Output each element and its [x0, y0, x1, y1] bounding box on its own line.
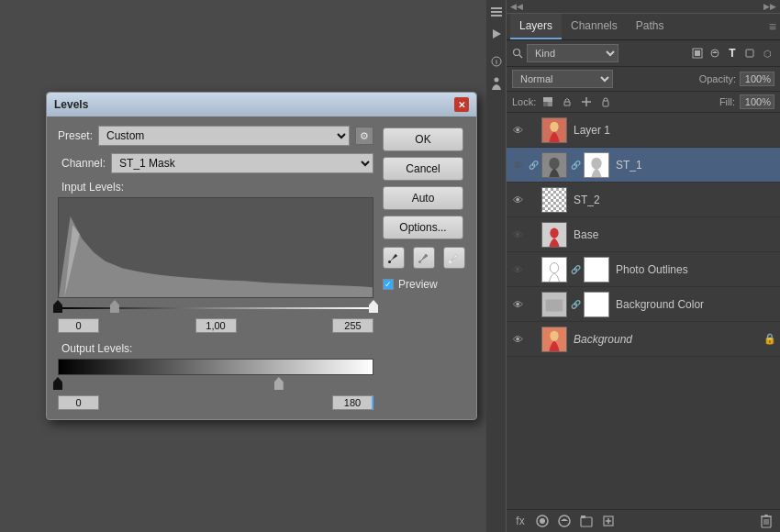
toolbar-info-icon[interactable]: i — [488, 53, 505, 70]
lock-image-button[interactable] — [560, 94, 574, 109]
input-black-value[interactable]: 0 — [58, 318, 99, 333]
tab-channels[interactable]: Channels — [562, 14, 627, 39]
output-section: Output Levels: — [58, 342, 373, 410]
layer-chain-bg-color[interactable]: 🔗 — [570, 299, 581, 310]
lock-transparent-button[interactable] — [540, 94, 555, 109]
dialog-left: Preset: Custom ⚙ Channel: ST_1 Mask Inpu… — [58, 126, 373, 410]
output-white-handle[interactable] — [274, 377, 284, 390]
preview-checkbox[interactable]: ✓ — [383, 279, 394, 290]
output-white-value[interactable] — [332, 395, 373, 410]
layer-link-base — [528, 229, 539, 240]
output-slider[interactable] — [58, 377, 373, 392]
output-black-handle[interactable] — [53, 377, 62, 390]
text-type-icon[interactable]: T — [725, 46, 740, 61]
auto-button[interactable]: Auto — [383, 186, 463, 210]
preset-select[interactable]: Custom — [98, 126, 350, 146]
channel-select[interactable]: ST_1 Mask — [111, 153, 373, 173]
channel-label: Channel: — [61, 157, 106, 170]
layer-name-bg-color: Background Color — [612, 298, 776, 311]
layers-bottom: fx — [507, 509, 780, 532]
white-eyedropper[interactable] — [443, 247, 465, 269]
options-button[interactable]: Options... — [383, 216, 463, 239]
white-eyedropper-icon — [448, 251, 461, 264]
svg-rect-14 — [543, 102, 548, 106]
ps-toolbar: i — [486, 0, 507, 532]
layer-chain-st1[interactable]: 🔗 — [570, 160, 581, 171]
smart-object-type-icon[interactable]: ⬡ — [760, 46, 774, 61]
cancel-button[interactable]: Cancel — [383, 157, 463, 181]
svg-rect-15 — [548, 97, 552, 102]
input-levels-label: Input Levels: — [58, 181, 373, 194]
opacity-input[interactable] — [740, 72, 774, 86]
gray-eyedropper[interactable] — [413, 247, 435, 269]
fx-button[interactable]: fx — [512, 513, 529, 529]
panel-menu-button[interactable]: ≡ — [769, 19, 776, 34]
svg-rect-33 — [585, 293, 608, 316]
black-eyedropper[interactable] — [383, 247, 405, 269]
kind-select[interactable]: Kind — [527, 44, 618, 62]
layer-item-photo-outlines[interactable]: 👁 🔗 Photo Outlines — [507, 252, 780, 287]
layer-visibility-bg-color[interactable]: 👁 — [510, 297, 525, 312]
shape-type-icon-svg — [744, 48, 755, 59]
lock-all-icon — [600, 96, 611, 107]
layer-visibility-st1[interactable]: 👁 — [510, 158, 525, 172]
layer-item-st2[interactable]: 👁 ST_2 — [507, 183, 780, 217]
svg-rect-46 — [764, 515, 768, 516]
shape-type-icon[interactable] — [742, 46, 757, 61]
input-mid-value[interactable]: 1,00 — [195, 318, 237, 333]
layer-visibility-layer1[interactable]: 👁 — [510, 123, 525, 138]
layer-name-st2: ST_2 — [570, 194, 776, 206]
collapse-right-arrow[interactable]: ▶▶ — [763, 2, 776, 11]
svg-text:i: i — [496, 59, 497, 65]
svg-point-35 — [550, 330, 558, 340]
lock-position-button[interactable] — [579, 94, 594, 109]
close-button[interactable]: ✕ — [454, 97, 469, 112]
layer-item-background[interactable]: 👁 Background 🔒 — [507, 322, 780, 357]
input-white-handle[interactable] — [369, 300, 378, 313]
tab-layers[interactable]: Layers — [510, 14, 562, 39]
svg-rect-28 — [542, 258, 566, 282]
preset-gear-button[interactable]: ⚙ — [355, 127, 373, 145]
pixel-icon[interactable] — [690, 46, 705, 61]
add-adjustment-button[interactable] — [556, 513, 573, 529]
svg-rect-51 — [491, 11, 502, 13]
layer-name-base: Base — [570, 228, 776, 241]
layer-item-layer1[interactable]: 👁 Layer 1 — [507, 113, 780, 148]
toolbar-person-icon[interactable] — [488, 75, 505, 92]
add-mask-button[interactable] — [534, 513, 551, 529]
preview-label[interactable]: Preview — [398, 278, 438, 291]
adjustment-type-icon[interactable] — [708, 46, 722, 61]
output-levels-label: Output Levels: — [58, 342, 373, 355]
input-black-handle[interactable] — [53, 300, 62, 313]
ok-button[interactable]: OK — [383, 127, 463, 151]
layer-thumb-bg-color — [541, 292, 567, 317]
input-slider[interactable] — [58, 300, 373, 315]
input-white-value[interactable]: 255 — [332, 318, 373, 333]
delete-layer-button[interactable] — [758, 513, 774, 529]
panel-collapse-arrows: ◀◀ ▶▶ — [507, 0, 780, 14]
layer-visibility-background[interactable]: 👁 — [510, 332, 525, 347]
svg-rect-12 — [543, 97, 548, 102]
layer-chain-photo[interactable]: 🔗 — [570, 264, 581, 275]
layer-item-st1[interactable]: 👁 🔗 🔗 ST_1 — [507, 148, 780, 183]
input-mid-handle[interactable] — [110, 300, 119, 313]
layer-visibility-st2[interactable]: 👁 — [510, 193, 525, 207]
tab-paths[interactable]: Paths — [627, 14, 674, 39]
new-layer-button[interactable] — [600, 513, 617, 529]
lock-all-button[interactable] — [598, 94, 613, 109]
layer-item-base[interactable]: 👁 Base — [507, 217, 780, 252]
layer-item-bg-color[interactable]: 👁 🔗 Background Color — [507, 287, 780, 322]
lock-transparent-icon — [542, 96, 553, 107]
add-mask-icon — [535, 514, 550, 528]
fill-input[interactable] — [740, 94, 774, 109]
collapse-left-arrow[interactable]: ◀◀ — [510, 2, 523, 11]
toolbar-play-icon[interactable] — [488, 26, 505, 42]
layer-visibility-base[interactable]: 👁 — [510, 227, 525, 242]
layer-visibility-photo[interactable]: 👁 — [510, 262, 525, 277]
toolbar-layers-icon[interactable] — [488, 4, 505, 20]
output-black-value[interactable] — [58, 395, 99, 410]
svg-point-3 — [388, 260, 391, 263]
add-group-button[interactable] — [578, 513, 595, 529]
blend-mode-select[interactable]: Normal — [512, 70, 613, 88]
layers-list: 👁 Layer 1 👁 🔗 — [507, 113, 780, 509]
